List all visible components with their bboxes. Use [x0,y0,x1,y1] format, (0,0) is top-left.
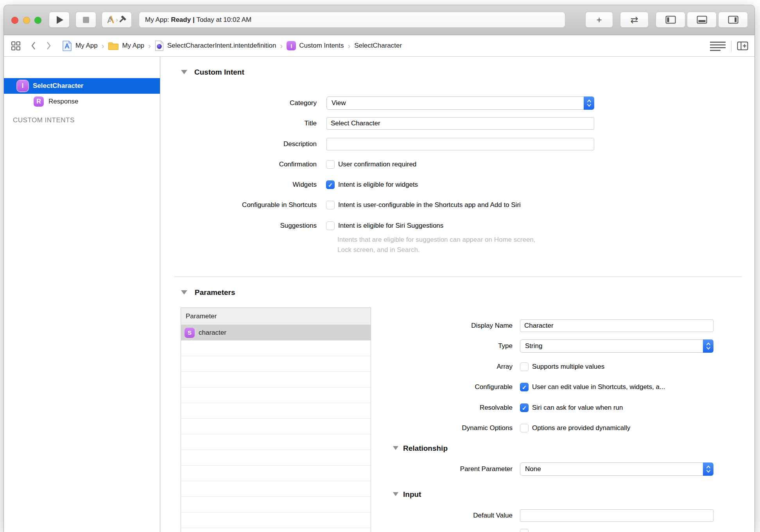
play-icon [57,16,63,24]
parameter-column-header[interactable]: Parameter [181,308,371,325]
intents-navigator: CUSTOM INTENTS I SelectCharacter R Respo… [4,57,160,532]
table-row-empty[interactable] [181,372,371,387]
toggle-debug-panel-button[interactable] [687,12,717,28]
parent-parameter-popup[interactable]: None [520,462,713,476]
scheme-selector-button[interactable]: › [102,12,132,28]
related-items-icon[interactable] [11,41,21,51]
table-row-empty[interactable] [181,512,371,528]
default-value-input[interactable] [520,509,713,522]
configurable-checkbox[interactable]: ✓ [520,383,529,391]
right-panel-icon [728,16,738,24]
status-time: Today at 10:02 AM [196,16,251,24]
suggestions-checkbox[interactable]: ✓ [326,221,335,230]
checkmark-icon: ✓ [328,182,333,188]
toggle-inspector-panel-button[interactable] [718,12,748,28]
checkmark-icon: ✓ [522,405,527,411]
clipped-checkbox[interactable]: ✓ [520,529,529,532]
sidebar-item-label: Response [48,98,79,105]
display-name-input[interactable] [520,320,713,332]
stop-button[interactable] [75,12,96,28]
table-row-empty[interactable] [181,356,371,372]
intent-file-icon [155,40,164,51]
breadcrumb-file[interactable]: SelectCharacterIntent.intentdefinition [167,42,276,50]
forward-chevron-icon[interactable] [46,41,51,50]
widgets-text: Intent is eligible for widgets [338,180,418,189]
parent-parameter-value: None [525,465,541,473]
sidebar-item-response[interactable]: R Response [4,94,160,109]
category-popup[interactable]: View [326,96,594,110]
sidebar-item-selectcharacter[interactable]: I SelectCharacter [4,78,160,94]
activity-viewer: My App: Ready | Today at 10:02 AM [139,12,565,28]
array-text: Supports multiple values [532,362,604,371]
config-shortcuts-text: Intent is user-configurable in the Short… [338,201,521,209]
category-label: Category [160,96,317,110]
widgets-checkbox[interactable]: ✓ [326,180,335,189]
array-checkbox[interactable]: ✓ [520,362,529,371]
disclosure-triangle[interactable] [181,290,187,295]
dynamic-options-checkbox[interactable]: ✓ [520,424,529,432]
popup-stepper-icon [703,462,713,476]
array-label: Array [395,360,513,373]
section-divider [174,277,742,277]
status-state: Ready | [171,16,196,24]
config-shortcuts-label: Configurable in Shortcuts [160,198,317,212]
hammer-icon [119,16,127,24]
table-row-empty[interactable] [181,481,371,497]
popup-stepper-icon [584,96,594,110]
description-input[interactable] [326,138,594,150]
type-popup[interactable]: String [520,339,713,353]
run-button[interactable] [49,12,70,28]
bottom-panel-icon [697,16,707,24]
disclosure-triangle[interactable] [181,70,187,74]
confirmation-checkbox[interactable]: ✓ [326,160,335,169]
table-row-empty[interactable] [181,528,371,532]
breadcrumb-item[interactable]: SelectCharacter [354,42,402,50]
popup-stepper-icon [703,339,713,353]
back-chevron-icon[interactable] [31,41,36,50]
table-row-empty[interactable] [181,341,371,356]
section-title: Parameters [195,288,235,297]
sidebar-section-header: CUSTOM INTENTS [13,115,75,125]
toggle-navigator-panel-button[interactable] [656,12,685,28]
suggestions-text: Intent is eligible for Siri Suggestions [338,221,443,230]
response-badge-icon: R [34,96,44,107]
table-row-empty[interactable] [181,497,371,512]
breadcrumb-project[interactable]: My App [75,42,98,50]
table-row-empty[interactable] [181,387,371,403]
parent-parameter-label: Parent Parameter [395,462,513,476]
table-row-empty[interactable] [181,419,371,434]
default-value-label: Default Value [395,509,513,522]
add-editor-button[interactable] [737,41,748,50]
library-add-button[interactable]: + [585,12,613,28]
table-row-empty[interactable] [181,403,371,419]
left-panel-icon [665,16,676,24]
display-name-label: Display Name [395,319,513,332]
code-review-arrows-button[interactable]: ⇄ [620,12,649,28]
crumb-separator-icon: › [148,41,151,50]
close-window-button[interactable] [11,17,18,24]
breadcrumb-folder[interactable]: My App [122,42,144,50]
disclosure-triangle[interactable] [393,492,398,496]
config-shortcuts-checkbox[interactable]: ✓ [326,201,335,209]
zoom-window-button[interactable] [34,17,41,24]
resolvable-checkbox[interactable]: ✓ [520,403,529,412]
string-type-badge-icon: S [185,328,195,338]
breadcrumb-group[interactable]: Custom Intents [299,42,344,50]
suggestions-note-line2: Lock screen, and in Search. [337,245,420,255]
jump-bar: My App › My App › Sele [4,35,755,57]
section-title: Relationship [403,444,448,453]
minimize-window-button[interactable] [23,17,30,24]
table-row-empty[interactable] [181,466,371,481]
editor-options-icon[interactable] [710,41,726,52]
table-row-empty[interactable] [181,434,371,450]
xcode-window: › My App: Ready | Today at 10:02 AM + ⇄ [4,5,755,532]
table-row-empty[interactable] [181,450,371,466]
section-title: Custom Intent [194,68,244,77]
parameter-name: character [199,329,226,337]
dynamic-options-label: Dynamic Options [395,421,513,435]
disclosure-triangle[interactable] [393,446,398,450]
table-row-character[interactable]: S character [181,325,371,341]
suggestions-note-line1: Intents that are eligible for suggestion… [337,235,536,245]
title-input[interactable] [326,117,594,130]
confirmation-text: User confirmation required [338,160,416,169]
